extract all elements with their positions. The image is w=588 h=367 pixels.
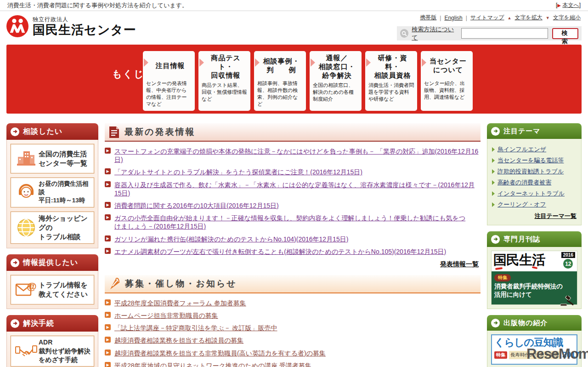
notice-link[interactable]: 平成28年度全国消費者フォーラム 参加者募集	[114, 299, 246, 307]
bullet-icon	[105, 337, 111, 343]
search-input[interactable]	[461, 28, 548, 39]
theme-link[interactable]: インターネットトラブル	[498, 189, 565, 198]
triangle-bullet-icon	[492, 191, 495, 196]
building-icon	[13, 149, 39, 168]
skip-to-content: [▶ 本文へ]	[556, 1, 581, 9]
themes-more-row: 注目テーマ一覧	[491, 212, 577, 220]
notice-link[interactable]: 越境消費者相談業務を担当する相談員の募集	[114, 336, 243, 344]
news-link[interactable]: 「アダルトサイトとのトラブル解決」をうたう探偵業者にご注意！(2016年12月1…	[114, 168, 362, 176]
nav-item-title: 商品テスト・ 回収情報	[202, 54, 247, 80]
news-more-link[interactable]: 発表情報一覧	[440, 260, 479, 268]
notice-link[interactable]: ホームページ担当非常勤職員の募集	[114, 311, 218, 320]
triangle-bullet-icon	[492, 158, 495, 163]
watermark: ReseMom.	[526, 346, 588, 362]
theme-link[interactable]: 詐欺的投資勧誘トラブル	[498, 167, 564, 176]
skip-link[interactable]: 本文へ	[562, 2, 579, 8]
adr-button[interactable]: ADR 裁判せず紛争解決 をめざす手続	[11, 336, 94, 367]
nav-item-title: 通報／ 相談窓口・ 紛争解決	[313, 54, 358, 80]
nav-item-title: 注目情報	[146, 54, 192, 78]
list-item: ホームページ担当非常勤職員の募集	[105, 311, 481, 320]
search-button[interactable]: 検 索	[552, 28, 578, 39]
nav-item-desc: 相談事例、事故情報、相談件数の検索、判例の紹介など	[257, 80, 303, 107]
sidebar-section-consult: 相談したい 全国の消費生活 センター等一覧	[6, 123, 98, 248]
list-item: インターネットトラブル	[492, 189, 577, 198]
section-title: 相談したい	[23, 127, 62, 137]
nav-item-case-examples[interactable]: 相談事例・ 判 例 相談事例、事故情報、相談件数の検索、判例の紹介など	[254, 51, 306, 111]
bullet-icon	[105, 214, 111, 220]
section-title: 出版物の紹介	[503, 319, 548, 327]
link-english[interactable]: English	[444, 15, 462, 21]
news-link[interactable]: 消費者問題に関する2016年の10大項目(2016年12月15日)	[114, 201, 279, 210]
news-link[interactable]: ガソリンが漏れた携行缶(相談解決のためのテストからNo.104)(2016年12…	[114, 235, 348, 243]
theme-link[interactable]: 鳥インフルエンザ	[498, 145, 546, 154]
link-sitemap[interactable]: サイトマップ	[470, 14, 504, 22]
search-bar: 検索方法について 検 索	[397, 26, 582, 40]
nav-item-training[interactable]: 研修・資料・ 相談員資格 消費生活・消費者問題を学習する資料や研修など	[365, 51, 417, 111]
chevron-right-icon	[144, 58, 148, 67]
left-sidebar: 相談したい 全国の消費生活 センター等一覧	[6, 123, 98, 367]
bullet-icon	[105, 362, 111, 367]
news-link[interactable]: スマートフォンの充電端子の焼損や本体の発熱に注意－なかにはやけどを負った事例も－…	[114, 147, 481, 164]
section-header: 情報提供したい	[6, 254, 98, 271]
nav-item-report-contact[interactable]: 通報／ 相談窓口・ 紛争解決 全国の相談窓口、解決のための各種制度紹介	[310, 51, 362, 111]
nav-item-about-center[interactable]: 当センター について センター紹介、出版物、資料館、採用、調達情報など	[421, 51, 473, 111]
section-header: 解決手続	[6, 315, 98, 332]
chevron-right-icon	[311, 58, 315, 67]
feature-badge: 特集	[494, 351, 507, 359]
nav-item-title: 相談事例・ 判 例	[257, 54, 303, 78]
news-link[interactable]: ガスの小売全面自由化が始まります！－正確な情報を収集し、契約内容をよく理解しまし…	[114, 214, 468, 230]
nav-label: もくじ	[112, 68, 144, 80]
themes-more-link[interactable]: 注目テーマ一覧	[534, 212, 577, 219]
section-title: 専門月刊誌	[503, 235, 540, 244]
search-help-link[interactable]: 検索方法について	[412, 25, 458, 42]
right-sidebar: 注目テーマ 鳥インフルエンザ 当センターを騙る電話等 詐欺的投資勧誘トラブル 高…	[487, 123, 582, 367]
link-mobile[interactable]: 携帯版	[420, 14, 436, 22]
news-more-row: 発表情報一覧	[105, 260, 479, 269]
triangle-bullet-icon	[492, 169, 495, 174]
globe-icon	[13, 218, 39, 237]
nav-item-featured-info[interactable]: 注目情報 センターの発表情報、中央省庁からの情報、注目テーマなど	[143, 51, 195, 111]
magazine-cover[interactable]: 国民生活 2016 12 特集 消費者裁判手続特例法の 活用に向けて	[491, 251, 577, 305]
magazine-name: 国民生活	[493, 252, 545, 268]
bullet-icon	[105, 350, 111, 356]
list-item: 越境消費者相談業務を担当する相談員の募集	[105, 336, 481, 344]
bullet-icon	[105, 299, 111, 305]
button-label: 全国の消費生活 センター等一覧	[39, 149, 87, 168]
consult-center-list-button[interactable]: 全国の消費生活 センター等一覧	[11, 144, 94, 173]
horn-icon	[109, 277, 120, 290]
consult-overseas-shopping-button[interactable]: 海外ショッピングの トラブル相談	[11, 212, 94, 244]
theme-link[interactable]: 高齢者の消費者被害	[498, 178, 551, 187]
top-utility-bar: 消費生活・消費者問題に関する事例や対処方法を紹介しています。 [▶ 本文へ]	[0, 0, 588, 11]
nav-item-product-tests[interactable]: 商品テスト・ 回収情報 商品テスト結果、回収・無償修理情報など	[198, 51, 250, 111]
notice-link[interactable]: 「誌上法学講座－特定商取引法を学ぶ－ 改訂版」販売中	[114, 324, 277, 332]
nav-item-title: 当センター について	[424, 54, 469, 78]
notice-link[interactable]: 越境消費者相談業務を担当する非常勤職員(高い英語力を有する者)の募集	[114, 349, 326, 357]
list-item: 平成28年度地域の見守りネットワーク推進のための講座 受講者募集	[105, 361, 481, 367]
sidebar-section-magazine: 専門月刊誌 国民生活 2016 12 特集 消費者裁判手続特例法の 活用に向けて	[487, 231, 582, 309]
list-item: 平成28年度全国消費者フォーラム 参加者募集	[105, 299, 481, 307]
bullet-icon	[105, 324, 111, 330]
theme-link[interactable]: クーリング・オフ	[498, 201, 546, 209]
chevron-right-icon	[422, 58, 426, 67]
news-link[interactable]: エナメル調素材のブーツが左右で張り付き転倒することも(相談解決のためのテストから…	[114, 247, 446, 256]
bullet-icon	[105, 181, 111, 187]
sidebar-section-themes: 注目テーマ 鳥インフルエンザ 当センターを騙る電話等 詐欺的投資勧誘トラブル 高…	[487, 123, 582, 225]
report-trouble-button[interactable]: @ トラブル情報を 教えてください	[11, 275, 94, 304]
arrow-circle-icon	[491, 319, 500, 327]
notice-link[interactable]: 平成28年度地域の見守りネットワーク推進のための講座 受講者募集	[114, 361, 311, 367]
search-icon	[400, 29, 408, 38]
mail-icon: @	[13, 281, 39, 298]
triangle-bullet-icon	[492, 147, 495, 152]
org-name: 国民生活センター	[33, 23, 136, 37]
site-logo[interactable]: 独立行政法人 国民生活センター	[6, 15, 136, 37]
utility-links: 携帯版| English| サイトマップ ▲ 文字を拡大 ▼ 文字を縮小	[420, 14, 581, 22]
consult-lunch-hotline-button[interactable]: お昼の消費生活相談 平日:11時～13時	[11, 178, 94, 207]
arrow-circle-icon	[11, 258, 19, 267]
theme-link[interactable]: 当センターを騙る電話等	[498, 156, 564, 165]
notices-list: 平成28年度全国消費者フォーラム 参加者募集 ホームページ担当非常勤職員の募集 …	[105, 299, 481, 367]
font-shrink-link[interactable]: 文字を縮小	[553, 14, 581, 22]
font-enlarge-link[interactable]: 文字を拡大	[515, 14, 543, 22]
news-link[interactable]: 容器入り及び生成器で作る、飲む「水素水」－「水素水」には公的な定義等はなく、溶存…	[114, 181, 481, 197]
site-tagline: 消費生活・消費者問題に関する事例や対処方法を紹介しています。	[7, 1, 188, 10]
svg-text:@: @	[27, 281, 36, 292]
